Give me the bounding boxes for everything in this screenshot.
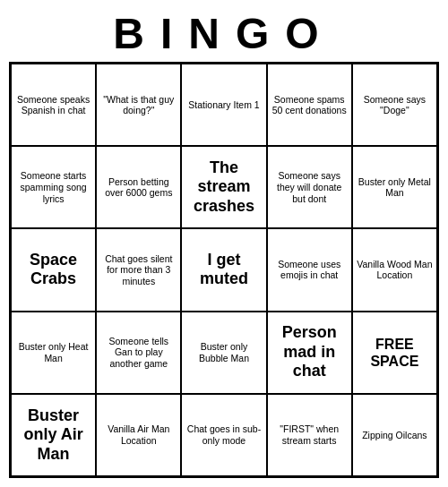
bingo-cell-18: Person mad in chat — [267, 312, 352, 394]
bingo-cell-1: "What is that guy doing?" — [96, 64, 181, 146]
bingo-cell-6: Person betting over 6000 gems — [96, 146, 181, 228]
bingo-cell-10: Space Crabs — [11, 228, 96, 311]
bingo-cell-15: Buster only Heat Man — [11, 312, 96, 394]
bingo-cell-11: Chat goes silent for more than 3 minutes — [96, 228, 181, 311]
bingo-cell-7: The stream crashes — [181, 146, 266, 228]
bingo-cell-5: Someone starts spamming song lyrics — [11, 146, 96, 228]
bingo-cell-17: Buster only Bubble Man — [181, 312, 266, 394]
bingo-cell-20: Buster only Air Man — [11, 394, 96, 476]
bingo-cell-16: Someone tells Gan to play another game — [96, 312, 181, 394]
bingo-cell-3: Someone spams 50 cent donations — [267, 64, 352, 146]
bingo-title: BINGO — [113, 9, 334, 58]
bingo-cell-2: Stationary Item 1 — [181, 64, 266, 146]
bingo-cell-0: Someone speaks Spanish in chat — [11, 64, 96, 146]
bingo-cell-23: "FIRST" when stream starts — [267, 394, 352, 476]
bingo-cell-24: Zipping Oilcans — [352, 394, 437, 476]
bingo-cell-22: Chat goes in sub-only mode — [181, 394, 266, 476]
bingo-cell-14: Vanilla Wood Man Location — [352, 228, 437, 311]
bingo-grid: Someone speaks Spanish in chat"What is t… — [9, 62, 439, 478]
bingo-cell-21: Vanilla Air Man Location — [96, 394, 181, 476]
bingo-cell-19: FREE SPACE — [352, 312, 437, 394]
bingo-cell-9: Buster only Metal Man — [352, 146, 437, 228]
bingo-cell-13: Someone uses emojis in chat — [267, 228, 352, 311]
bingo-cell-4: Someone says "Doge" — [352, 64, 437, 146]
bingo-cell-8: Someone says they will donate but dont — [267, 146, 352, 228]
bingo-cell-12: I get muted — [181, 228, 266, 311]
